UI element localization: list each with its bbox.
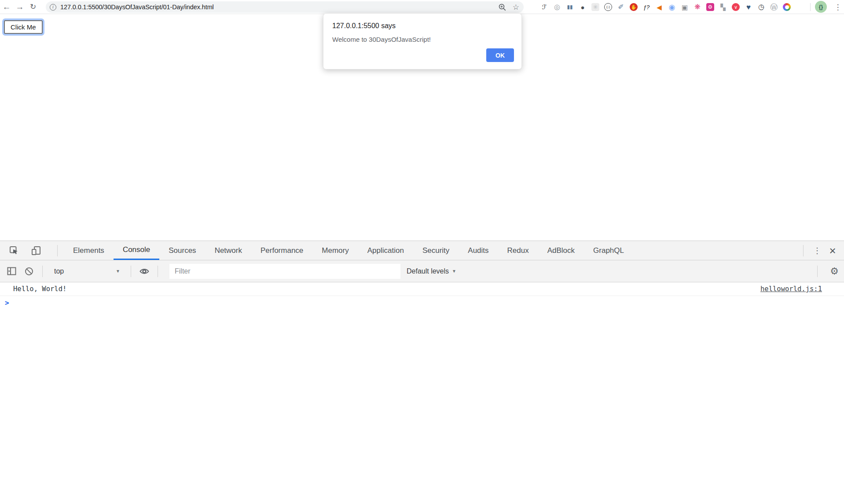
- camera-extension-icon[interactable]: ▣: [681, 3, 689, 11]
- megaphone-extension-icon[interactable]: ◀: [655, 3, 663, 11]
- heart-magnifier-extension-icon[interactable]: ♥: [745, 3, 752, 11]
- devtools-panel: ElementsConsoleSourcesNetworkPerformance…: [0, 241, 844, 504]
- address-bar[interactable]: i 127.0.0.1:5500/30DaysOfJavaScript/01-D…: [46, 1, 524, 13]
- parens-extension-icon[interactable]: (-): [604, 3, 612, 11]
- console-toolbar: top ▼ Default levels ▼ ⚙: [0, 260, 844, 282]
- devtools-close-icon[interactable]: ×: [825, 245, 840, 256]
- tab-redux[interactable]: Redux: [498, 241, 538, 260]
- devtools-tabbar: ElementsConsoleSourcesNetworkPerformance…: [0, 241, 844, 260]
- tab-elements[interactable]: Elements: [64, 241, 114, 260]
- react-devtools-extension-icon[interactable]: ✳: [591, 3, 599, 11]
- tab-memory[interactable]: Memory: [312, 241, 358, 260]
- console-message-row: Hello, World!helloworld.js:1: [0, 282, 844, 296]
- device-toolbar-icon[interactable]: [29, 244, 43, 258]
- prompt-chevron-icon: >: [5, 299, 9, 307]
- live-expression-eye-icon[interactable]: [137, 264, 151, 278]
- console-settings-gear-icon[interactable]: ⚙: [830, 266, 839, 277]
- tab-application[interactable]: Application: [358, 241, 413, 260]
- tab-audits[interactable]: Audits: [459, 241, 498, 260]
- back-button[interactable]: ←: [0, 0, 13, 14]
- clock-extension-icon[interactable]: ◷: [757, 3, 765, 11]
- bug-extension-icon[interactable]: ●: [579, 3, 587, 11]
- tab-performance[interactable]: Performance: [251, 241, 312, 260]
- devtools-more-menu-icon[interactable]: ⋮: [810, 246, 825, 256]
- reload-button[interactable]: ↻: [26, 0, 40, 14]
- tabbar-separator: [57, 245, 58, 256]
- chevron-down-icon: ▼: [116, 269, 120, 274]
- tabbar-right-separator: [803, 245, 804, 256]
- pink-gear-extension-icon[interactable]: ⚙: [706, 3, 714, 11]
- site-info-icon[interactable]: i: [50, 4, 56, 11]
- blue-swirl-extension-icon[interactable]: ◉: [668, 3, 676, 11]
- url-text[interactable]: 127.0.0.1:5500/30DaysOfJavaScript/01-Day…: [60, 4, 214, 11]
- reload-icon: ↻: [30, 2, 36, 11]
- clear-console-icon[interactable]: [22, 264, 36, 278]
- bookmark-star-icon[interactable]: ☆: [513, 4, 519, 11]
- browser-menu-icon[interactable]: ⋮: [833, 0, 843, 14]
- pocket-extension-icon[interactable]: ∨: [732, 3, 740, 11]
- tab-console[interactable]: Console: [114, 241, 159, 260]
- alert-message: Welcome to 30DaysOfJavaScript!: [332, 36, 513, 43]
- tab-sources[interactable]: Sources: [159, 241, 205, 260]
- profile-avatar[interactable]: {}: [815, 1, 827, 13]
- function-help-extension-icon[interactable]: ƒ?: [642, 3, 650, 11]
- w-circle-extension-icon[interactable]: Ⓦ: [770, 3, 778, 11]
- console-filter-input[interactable]: [169, 264, 400, 279]
- click-me-button[interactable]: Click Me: [4, 20, 43, 34]
- rainbow-circle-extension-icon[interactable]: [783, 3, 791, 11]
- toolbar-separator-2: [131, 266, 131, 277]
- tab-network[interactable]: Network: [205, 241, 251, 260]
- console-source-link[interactable]: helloworld.js:1: [760, 285, 822, 293]
- eyedropper-extension-icon[interactable]: ✐: [617, 3, 625, 11]
- chevron-down-icon: ▼: [452, 269, 456, 274]
- browser-toolbar: ← → ↻ i 127.0.0.1:5500/30DaysOfJavaScrip…: [0, 0, 844, 14]
- alert-title: 127.0.0.1:5500 says: [332, 22, 513, 30]
- back-icon: ←: [3, 2, 11, 12]
- toolbar-separator-3: [158, 266, 158, 277]
- script-f-extension-icon[interactable]: ℱ: [540, 3, 548, 11]
- tab-adblock[interactable]: AdBlock: [538, 241, 584, 260]
- gray-blocks-extension-icon[interactable]: ▚: [719, 3, 727, 11]
- console-output: Hello, World!helloworld.js:1 >: [0, 282, 844, 310]
- tab-security[interactable]: Security: [413, 241, 459, 260]
- forward-button[interactable]: →: [13, 0, 26, 14]
- log-levels-selector[interactable]: Default levels ▼: [407, 267, 456, 275]
- execution-context-selector[interactable]: top ▼: [49, 267, 125, 275]
- adblock-hand-extension-icon[interactable]: ✋: [630, 3, 638, 11]
- levels-label: Default levels: [407, 267, 449, 275]
- panels-extension-icon[interactable]: ▮▮: [566, 3, 574, 11]
- alert-dialog: 127.0.0.1:5500 says Welcome to 30DaysOfJ…: [323, 13, 522, 69]
- forward-icon: →: [16, 2, 24, 12]
- inspect-element-icon[interactable]: [7, 244, 21, 258]
- toolbar-right-separator: [817, 266, 818, 277]
- console-message-text: Hello, World!: [13, 285, 760, 293]
- toolbar-separator: [810, 3, 811, 11]
- devtools-tabs: ElementsConsoleSourcesNetworkPerformance…: [64, 241, 633, 260]
- context-label: top: [54, 267, 64, 275]
- alert-ok-button[interactable]: OK: [486, 48, 514, 62]
- console-sidebar-toggle-icon[interactable]: [4, 264, 18, 278]
- pink-atom-extension-icon[interactable]: ❋: [694, 3, 701, 11]
- zoom-icon[interactable]: [498, 3, 506, 11]
- console-prompt[interactable]: >: [0, 296, 844, 310]
- tab-graphql[interactable]: GraphQL: [584, 241, 633, 260]
- extensions-strip: ℱ◎▮▮●✳(-)✐✋ƒ?◀◉▣❋⚙▚∨♥◷Ⓦ: [540, 0, 791, 14]
- target-extension-icon[interactable]: ◎: [553, 3, 561, 11]
- toolbar-separator-1: [42, 266, 43, 277]
